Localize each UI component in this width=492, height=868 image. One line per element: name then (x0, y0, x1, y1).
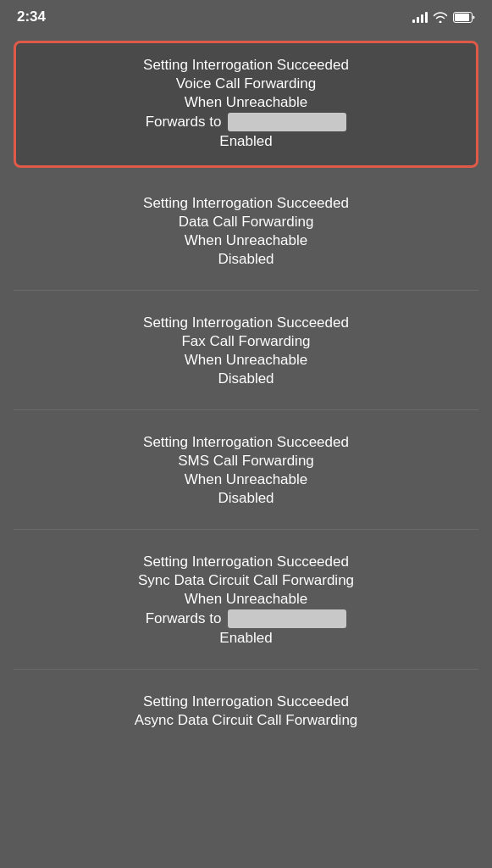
divider-3 (14, 529, 478, 530)
async-card-title: Setting Interrogation Succeeded (17, 693, 475, 710)
voice-card-title: Setting Interrogation Succeeded (33, 57, 459, 74)
wifi-icon (433, 11, 448, 23)
main-content: Setting Interrogation Succeeded Voice Ca… (0, 31, 492, 765)
card-sms-call-forwarding: Setting Interrogation Succeeded SMS Call… (0, 420, 492, 522)
sync-forwards-value (228, 609, 346, 628)
svg-rect-1 (455, 14, 469, 21)
status-icons (412, 11, 475, 23)
data-card-status: Disabled (17, 251, 475, 268)
fax-card-title: Setting Interrogation Succeeded (17, 314, 475, 331)
sync-card-subtitle: Sync Data Circuit Call Forwarding (17, 572, 475, 589)
voice-forwards-value (228, 113, 346, 131)
card-data-call-forwarding: Setting Interrogation Succeeded Data Cal… (0, 181, 492, 283)
sms-card-detail: When Unreachable (17, 471, 475, 488)
voice-card-status: Enabled (33, 133, 459, 150)
sync-card-title: Setting Interrogation Succeeded (17, 554, 475, 570)
voice-card-detail: When Unreachable (33, 94, 459, 111)
divider-4 (14, 669, 478, 670)
status-time: 2:34 (17, 8, 46, 25)
sms-card-title: Setting Interrogation Succeeded (17, 434, 475, 451)
voice-card-subtitle: Voice Call Forwarding (33, 75, 459, 92)
fax-card-status: Disabled (17, 370, 475, 387)
fax-card-detail: When Unreachable (17, 352, 475, 369)
fax-card-subtitle: Fax Call Forwarding (17, 333, 475, 350)
async-card-subtitle: Async Data Circuit Call Forwarding (17, 712, 475, 729)
data-card-title: Setting Interrogation Succeeded (17, 195, 475, 212)
voice-forwards-row: Forwards to (33, 113, 459, 131)
sms-card-subtitle: SMS Call Forwarding (17, 453, 475, 470)
sync-forwards-row: Forwards to (17, 609, 475, 628)
voice-forwards-label: Forwards to (146, 114, 222, 131)
card-async-data-circuit: Setting Interrogation Succeeded Async Da… (0, 680, 492, 744)
sync-forwards-label: Forwards to (146, 610, 222, 627)
card-fax-call-forwarding: Setting Interrogation Succeeded Fax Call… (0, 301, 492, 403)
sync-card-detail: When Unreachable (17, 591, 475, 608)
divider-2 (14, 409, 478, 410)
signal-icon (412, 11, 428, 23)
battery-icon (453, 12, 475, 23)
card-sync-data-circuit: Setting Interrogation Succeeded Sync Dat… (0, 540, 492, 662)
status-bar: 2:34 (0, 0, 492, 31)
sync-card-status: Enabled (17, 630, 475, 647)
card-voice-call-forwarding: Setting Interrogation Succeeded Voice Ca… (14, 41, 478, 168)
sms-card-status: Disabled (17, 490, 475, 507)
data-card-detail: When Unreachable (17, 232, 475, 249)
data-card-subtitle: Data Call Forwarding (17, 214, 475, 231)
divider-1 (14, 290, 478, 291)
